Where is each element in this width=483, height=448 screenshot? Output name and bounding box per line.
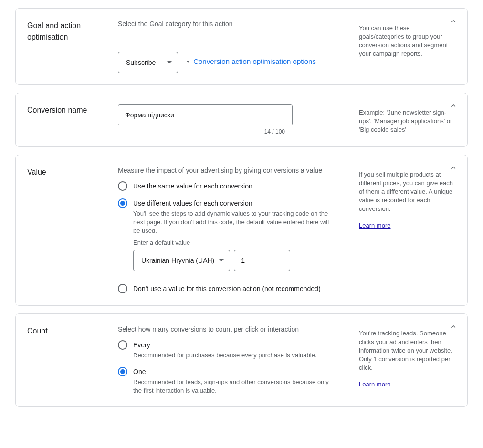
count-learn-more-link[interactable]: Learn more xyxy=(359,381,390,388)
count-section: Count Select how many conversions to cou… xyxy=(15,313,468,407)
collapse-value-icon[interactable] xyxy=(449,164,458,172)
radio-icon xyxy=(118,284,127,293)
value-diff-label: Use different values for each conversion xyxy=(133,198,336,208)
count-every-hint: Recommended for purchases because every … xyxy=(133,351,316,360)
count-help-text: You're tracking leads. Someone clicks yo… xyxy=(359,329,456,372)
collapse-goal-icon[interactable] xyxy=(449,17,458,26)
default-value-label: Enter a default value xyxy=(133,239,336,246)
goal-subheader: Select the Goal category for this action xyxy=(118,20,336,28)
value-radio-same[interactable]: Use the same value for each conversion xyxy=(118,181,336,191)
goal-category-value: Subscribe xyxy=(126,59,156,66)
value-learn-more-link[interactable]: Learn more xyxy=(359,222,390,229)
value-diff-hint: You'll see the steps to add dynamic valu… xyxy=(133,209,336,235)
goal-title: Goal and action optimisation xyxy=(27,20,118,43)
count-radio-one[interactable]: One Recommended for leads, sign-ups and … xyxy=(118,366,336,395)
conversion-name-section: Conversion name 14 / 100 Example: 'June … xyxy=(15,93,468,147)
goal-section: Goal and action optimisation Select the … xyxy=(15,8,468,85)
collapse-name-icon[interactable] xyxy=(449,102,458,110)
count-one-hint: Recommended for leads, sign-ups and othe… xyxy=(133,378,336,395)
count-radio-every[interactable]: Every Recommended for purchases because … xyxy=(118,340,336,360)
count-every-label: Every xyxy=(133,340,316,350)
goal-category-select[interactable]: Subscribe xyxy=(118,52,178,73)
currency-value: Ukrainian Hryvnia (UAH) xyxy=(141,257,214,264)
count-one-label: One xyxy=(133,366,336,377)
radio-checked-icon xyxy=(118,198,127,208)
value-radio-different[interactable]: Use different values for each conversion… xyxy=(118,198,336,235)
conversion-name-help-text: Example: 'June newsletter sign-ups', 'Ma… xyxy=(359,108,456,134)
radio-icon xyxy=(118,340,127,350)
value-title: Value xyxy=(27,167,118,178)
count-subheader: Select how many conversions to count per… xyxy=(118,325,336,333)
chevron-down-icon xyxy=(185,58,191,65)
conversion-name-input[interactable] xyxy=(118,104,293,125)
count-title: Count xyxy=(27,325,118,337)
radio-icon xyxy=(118,181,127,191)
default-value-input[interactable] xyxy=(234,250,290,271)
currency-select[interactable]: Ukrainian Hryvnia (UAH) xyxy=(133,250,230,271)
value-help-text: If you sell multiple products at differe… xyxy=(359,170,456,213)
goal-help-text: You can use these goals/categories to gr… xyxy=(359,24,456,58)
radio-checked-icon xyxy=(118,367,127,376)
caret-down-icon xyxy=(219,259,224,261)
optimisation-options-toggle[interactable]: Conversion action optimisation options xyxy=(185,57,316,65)
optimisation-options-label: Conversion action optimisation options xyxy=(193,57,316,65)
value-none-label: Don't use a value for this conversion ac… xyxy=(133,283,321,294)
value-section: Value Measure the impact of your adverti… xyxy=(15,155,468,306)
caret-down-icon xyxy=(167,61,172,63)
conversion-name-title: Conversion name xyxy=(27,104,118,116)
conversion-name-char-count: 14 / 100 xyxy=(118,128,285,135)
value-same-label: Use the same value for each conversion xyxy=(133,181,252,191)
value-radio-none[interactable]: Don't use a value for this conversion ac… xyxy=(118,283,336,294)
collapse-count-icon[interactable] xyxy=(449,323,458,331)
value-subheader: Measure the impact of your advertising b… xyxy=(118,167,336,174)
